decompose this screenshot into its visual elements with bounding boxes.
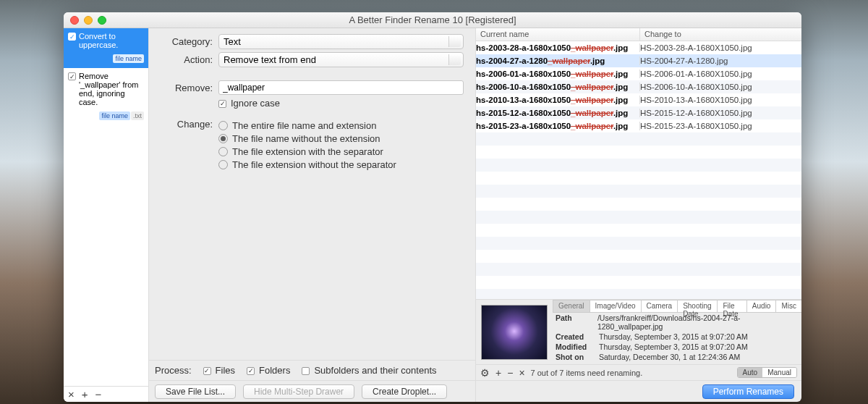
seg-manual[interactable]: Manual	[762, 368, 796, 377]
app-window: A Better Finder Rename 10 [Registered] C…	[64, 12, 801, 402]
change-radio[interactable]	[218, 134, 228, 143]
steps-sidebar: Convert to uppercase. file nameRemove '_…	[64, 28, 149, 402]
filename-chip: file name	[99, 111, 130, 120]
info-tab[interactable]: File Date	[717, 300, 746, 312]
change-option-label: The file extension with the separator	[232, 146, 383, 157]
sidebar-step[interactable]: Remove '_wallpaper' from end, ignoring c…	[64, 68, 148, 125]
table-row[interactable]: hs-2015-12-a-1680x1050_wallpaper.jpgHS-2…	[476, 106, 801, 119]
perform-renames-button[interactable]: Perform Renames	[702, 384, 794, 399]
ignore-case-checkbox[interactable]	[218, 100, 226, 108]
step-checkbox[interactable]	[68, 33, 76, 41]
change-option-label: The file name without the extension	[232, 133, 380, 144]
hide-drawer-button[interactable]: Hide Multi-Step Drawer	[243, 384, 354, 399]
category-label: Category:	[149, 36, 213, 47]
process-files-checkbox[interactable]	[203, 367, 211, 375]
titlebar[interactable]: A Better Finder Rename 10 [Registered]	[64, 12, 801, 28]
change-option-label: The file extension without the separator	[232, 159, 396, 170]
category-select[interactable]: Text ▲▼	[218, 34, 464, 49]
table-row[interactable]: hs-2010-13-a-1680x1050_wallpaper.jpgHS-2…	[476, 93, 801, 106]
process-subfolders-checkbox[interactable]	[302, 367, 310, 375]
seg-auto[interactable]: Auto	[738, 368, 763, 377]
action-label: Action:	[149, 54, 213, 65]
gear-icon[interactable]: ⚙	[480, 367, 490, 379]
create-droplet-button[interactable]: Create Droplet...	[362, 384, 447, 399]
info-tab[interactable]: Shooting Date	[677, 300, 718, 312]
settings-panel: Category: Text ▲▼ Action: Remove text fr…	[149, 28, 476, 402]
clear-files-button[interactable]: ×	[519, 367, 524, 379]
action-select[interactable]: Remove text from end ▲▼	[218, 52, 464, 67]
preview-mode-segment[interactable]: Auto Manual	[737, 367, 797, 378]
preview-table[interactable]: hs-2003-28-a-1680x1050_wallpaper.jpgHS-2…	[476, 41, 801, 299]
change-radio[interactable]	[218, 160, 228, 169]
filename-chip: file name	[113, 54, 144, 63]
change-radio[interactable]	[218, 121, 228, 130]
sidebar-step[interactable]: Convert to uppercase. file name	[64, 28, 148, 68]
change-radio[interactable]	[218, 147, 228, 156]
table-row[interactable]: hs-2006-10-a-1680x1050_wallpaper.jpgHS-2…	[476, 80, 801, 93]
chevron-updown-icon: ▲▼	[453, 56, 458, 64]
add-file-button[interactable]: +	[495, 367, 501, 379]
change-label: Change:	[149, 119, 213, 130]
chevron-updown-icon: ▲▼	[453, 38, 458, 46]
info-tab[interactable]: Audio	[746, 300, 777, 312]
table-row[interactable]: hs-2015-23-a-1680x1050_wallpaper.jpgHS-2…	[476, 119, 801, 132]
remove-file-button[interactable]: −	[507, 367, 513, 379]
info-box: GeneralImage/VideoCameraShooting DateFil…	[476, 299, 801, 364]
info-tab[interactable]: Image/Video	[590, 300, 642, 312]
preview-panel: Current name Change to hs-2003-28-a-1680…	[476, 28, 801, 402]
ext-chip: .txt	[131, 111, 144, 120]
col-current-name[interactable]: Current name	[476, 28, 640, 41]
add-step-button[interactable]: +	[82, 388, 88, 400]
step-label: Convert to uppercase.	[79, 32, 144, 49]
info-tab[interactable]: Camera	[641, 300, 678, 312]
info-tab[interactable]: Misc	[775, 300, 801, 312]
table-row[interactable]: hs-2004-27-a-1280_wallpaper.jpgHS-2004-2…	[476, 54, 801, 67]
col-change-to[interactable]: Change to	[640, 28, 801, 41]
remove-label: Remove:	[149, 83, 213, 93]
status-text: 7 out of 7 items need renaming.	[531, 369, 643, 377]
window-title: A Better Finder Rename 10 [Registered]	[64, 14, 801, 25]
table-row[interactable]: hs-2006-01-a-1680x1050_wallpaper.jpgHS-2…	[476, 67, 801, 80]
preview-thumbnail	[481, 305, 548, 360]
save-file-list-button[interactable]: Save File List...	[155, 384, 236, 399]
remove-step-button[interactable]: −	[95, 388, 102, 400]
step-checkbox[interactable]	[68, 72, 76, 80]
process-label: Process:	[155, 365, 192, 376]
step-label: Remove '_wallpaper' from end, ignoring c…	[79, 72, 144, 106]
process-folders-checkbox[interactable]	[247, 367, 255, 375]
remove-text-input[interactable]	[218, 80, 464, 95]
table-row[interactable]: hs-2003-28-a-1680x1050_wallpaper.jpgHS-2…	[476, 41, 801, 54]
info-tab[interactable]: General	[553, 300, 590, 312]
collapse-drawer-button[interactable]: ×	[68, 388, 75, 400]
ignore-case-label: Ignore case	[231, 98, 280, 109]
change-option-label: The entire file name and extension	[232, 120, 376, 131]
